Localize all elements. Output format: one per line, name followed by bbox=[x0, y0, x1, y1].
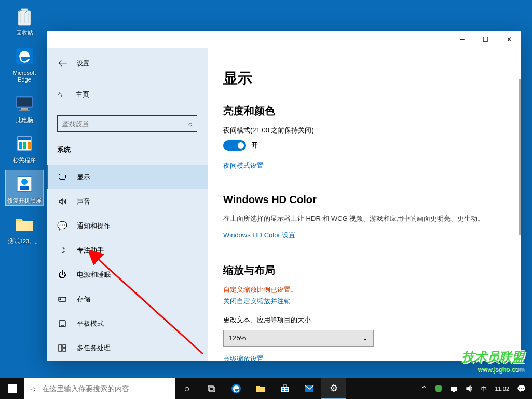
watermark-url: www.jsgho.com bbox=[462, 365, 524, 373]
window-controls: ─ ☐ ✕ bbox=[451, 31, 521, 48]
advanced-scale-link[interactable]: 高级缩放设置 bbox=[223, 354, 264, 362]
sidebar-label: 专注助手 bbox=[77, 246, 104, 255]
custom-scale-msg: 自定义缩放比例已设置。 bbox=[223, 285, 500, 295]
power-icon: ⏻ bbox=[57, 270, 67, 280]
task-view-button[interactable] bbox=[199, 378, 224, 399]
taskbar-search-input[interactable] bbox=[42, 384, 169, 393]
taskbar-store[interactable] bbox=[272, 378, 297, 399]
search-icon: ⌕ bbox=[31, 384, 36, 393]
icon-label: 回收站 bbox=[16, 30, 33, 36]
taskbar-search[interactable]: ⌕ bbox=[24, 378, 175, 399]
icon-label: 秒关程序 bbox=[13, 157, 36, 164]
sidebar-item-tablet[interactable]: 平板模式 bbox=[47, 311, 208, 336]
edge-icon bbox=[12, 44, 37, 69]
home-label: 主页 bbox=[76, 90, 89, 99]
tray-security-icon[interactable] bbox=[431, 378, 446, 399]
hdcolor-desc: 在上面所选择的显示器上让 HDR 和 WCG 视频、游戏和应用中的画面更明亮、更… bbox=[223, 214, 500, 224]
home-nav[interactable]: ⌂ 主页 bbox=[57, 84, 197, 105]
hdcolor-link[interactable]: Windows HD Color 设置 bbox=[223, 231, 295, 240]
start-button[interactable] bbox=[0, 378, 24, 399]
taskbar-edge[interactable] bbox=[224, 378, 248, 399]
home-icon: ⌂ bbox=[57, 90, 67, 99]
folder-icon bbox=[12, 212, 37, 237]
desktop-icon-kill-proc[interactable]: 秒关程序 bbox=[5, 130, 44, 165]
cortana-button[interactable]: ○ bbox=[175, 378, 199, 399]
svg-point-16 bbox=[60, 299, 61, 300]
icon-label: 修复开机黑屏 bbox=[7, 197, 42, 204]
svg-rect-6 bbox=[19, 110, 30, 111]
night-mode-label: 夜间模式(21:00 之前保持关闭) bbox=[223, 126, 500, 135]
tray-volume-icon[interactable] bbox=[462, 378, 478, 399]
sidebar-item-display[interactable]: 🖵 显示 bbox=[47, 165, 208, 189]
sidebar-item-project[interactable]: 投影到此电脑 bbox=[47, 360, 208, 361]
svg-rect-21 bbox=[63, 349, 66, 351]
page-title: 显示 bbox=[223, 69, 500, 88]
taskbar-explorer[interactable] bbox=[248, 378, 272, 399]
search-input[interactable] bbox=[62, 120, 188, 128]
minimize-button[interactable]: ─ bbox=[451, 31, 474, 48]
reset-scale-link[interactable]: 关闭自定义缩放并注销 bbox=[223, 297, 291, 306]
sidebar-label: 声音 bbox=[77, 197, 90, 206]
storage-icon bbox=[57, 295, 67, 304]
desktop-icon-this-pc[interactable]: 此电脑 bbox=[5, 90, 44, 125]
tablet-icon bbox=[57, 319, 67, 328]
back-button[interactable]: 🡠 bbox=[55, 56, 71, 71]
taskbar-mail[interactable] bbox=[297, 378, 321, 399]
watermark: 技术员联盟 www.jsgho.com bbox=[462, 349, 524, 373]
scrollbar[interactable] bbox=[519, 79, 521, 235]
text-size-label: 更改文本、应用等项目的大小 bbox=[223, 315, 500, 325]
toggle-state: 开 bbox=[251, 141, 258, 150]
svg-rect-24 bbox=[208, 386, 213, 390]
search-icon: ⌕ bbox=[188, 119, 193, 128]
tray-chevron[interactable]: ⌃ bbox=[417, 378, 431, 399]
dropdown-value: 125% bbox=[229, 334, 246, 342]
svg-rect-4 bbox=[17, 98, 32, 106]
icon-label: 此电脑 bbox=[16, 117, 33, 124]
sidebar: 🡠 设置 ⌂ 主页 ⌕ 系统 🖵 显示 bbox=[47, 48, 208, 361]
sidebar-item-sound[interactable]: 声音 bbox=[47, 189, 208, 214]
display-icon: 🖵 bbox=[57, 172, 67, 182]
taskbar: ⌕ ○ ⚙ ⌃ 中 11:02 💬 bbox=[0, 378, 532, 399]
sidebar-item-focus[interactable]: ☽ 专注助手 bbox=[47, 238, 208, 262]
desktop-icon-fix-black-screen[interactable]: 修复开机黑屏 bbox=[5, 170, 44, 206]
section-brightness: 亮度和颜色 bbox=[223, 104, 500, 118]
sidebar-label: 显示 bbox=[77, 172, 90, 182]
icon-label: Microsoft Edge bbox=[6, 70, 43, 83]
desktop-icon-test-folder[interactable]: 测试123。。 bbox=[5, 211, 44, 246]
tray-notification-icon[interactable]: 💬 bbox=[513, 378, 529, 399]
svg-rect-19 bbox=[59, 345, 62, 351]
sidebar-item-storage[interactable]: 存储 bbox=[47, 287, 208, 311]
search-box[interactable]: ⌕ bbox=[57, 115, 197, 132]
sidebar-item-multitask[interactable]: 多任务处理 bbox=[47, 336, 208, 360]
night-mode-settings-link[interactable]: 夜间模式设置 bbox=[223, 161, 264, 170]
tray-network-icon[interactable] bbox=[446, 378, 462, 399]
svg-rect-11 bbox=[28, 142, 31, 149]
section-scaling: 缩放与布局 bbox=[223, 263, 500, 277]
desktop-icon-edge[interactable]: Microsoft Edge bbox=[5, 43, 44, 84]
sidebar-item-power[interactable]: ⏻ 电源和睡眠 bbox=[47, 262, 208, 287]
svg-rect-30 bbox=[282, 390, 284, 391]
kill-proc-icon bbox=[12, 131, 37, 156]
night-mode-toggle[interactable]: 开 bbox=[223, 140, 500, 151]
pc-icon bbox=[12, 91, 37, 116]
desktop-icon-recycle-bin[interactable]: 回收站 bbox=[5, 3, 44, 37]
icon-label: 测试123。。 bbox=[8, 238, 40, 245]
svg-rect-8 bbox=[18, 137, 31, 140]
sidebar-item-notifications[interactable]: 💬 通知和操作 bbox=[47, 214, 208, 238]
chevron-down-icon: ⌄ bbox=[362, 334, 368, 342]
content-area: 显示 亮度和颜色 夜间模式(21:00 之前保持关闭) 开 夜间模式设置 Win… bbox=[208, 48, 521, 361]
svg-rect-33 bbox=[451, 387, 457, 391]
close-button[interactable]: ✕ bbox=[497, 31, 521, 48]
window-title: 设置 bbox=[77, 59, 89, 68]
tray-ime-icon[interactable]: 中 bbox=[478, 378, 490, 399]
tray-clock[interactable]: 11:02 bbox=[490, 385, 513, 392]
focus-icon: ☽ bbox=[57, 245, 67, 255]
sidebar-label: 平板模式 bbox=[77, 319, 104, 328]
svg-rect-20 bbox=[63, 345, 66, 348]
svg-rect-9 bbox=[19, 142, 22, 149]
svg-rect-31 bbox=[285, 390, 288, 391]
taskbar-settings[interactable]: ⚙ bbox=[321, 378, 346, 399]
sidebar-label: 通知和操作 bbox=[77, 221, 111, 231]
maximize-button[interactable]: ☐ bbox=[474, 31, 497, 48]
text-size-dropdown[interactable]: 125% ⌄ bbox=[223, 330, 374, 347]
